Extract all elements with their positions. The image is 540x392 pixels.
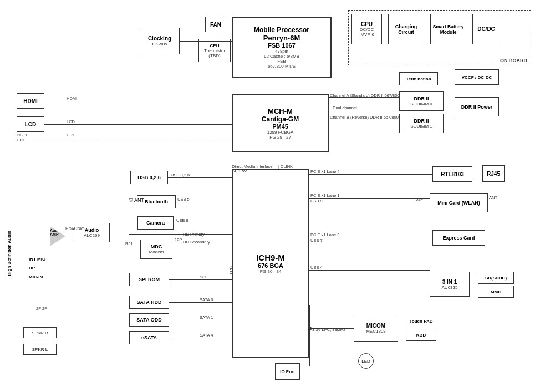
line-hd-primary (129, 234, 232, 235)
micom-title: MICOM (366, 323, 385, 329)
usb026-block: USB 0,2,6 (130, 171, 168, 184)
charging-circuit-title: Charging Circuit (390, 24, 422, 35)
lpc-dot (308, 327, 312, 330)
line-usb5 (176, 202, 232, 202)
label-hdmi: HDMI (67, 96, 77, 101)
audio-title: Audio (85, 227, 99, 233)
bluetooth-title: Bluetooth (145, 199, 168, 205)
rtl8103-block: RTL8103 (432, 166, 472, 182)
line-lpc-h (309, 328, 354, 329)
sd-sdhc-block: SD(SDHC) (478, 272, 514, 284)
spkr-l-block: SPKR L (23, 344, 57, 355)
micom-sub: MEC1308 (366, 329, 386, 334)
label-spi: SPI (200, 274, 206, 279)
usb026-title: USB 0,2,6 (137, 175, 161, 180)
clocking-title: Clocking (148, 35, 171, 42)
ddr2-sodimm1-block: DDR II SODIMM 1 (399, 114, 444, 133)
smart-battery-block: Smart Battery Module (430, 14, 466, 44)
line-sata4 (169, 338, 232, 338)
line-hdaudio (65, 231, 74, 231)
label-rj1: RJ1 (125, 241, 133, 246)
label-lpc-v: LPC (228, 266, 233, 274)
label-usb9: USB 9 (310, 198, 323, 203)
io-port-block: IO Port (275, 363, 300, 380)
label-usb5: USB 5 (177, 197, 190, 202)
kbd-block: KBD (406, 329, 436, 341)
ddr2-sodimm0-block: DDR II SODIMM 0 (399, 91, 444, 111)
spkr-l-title: SPKR L (32, 347, 48, 352)
mch-m-line3: 1299 FCBGA (267, 130, 294, 135)
fan-title: FAN (210, 22, 221, 28)
label-sata0: SATA 0 (200, 297, 213, 302)
ddr2-sodimm0-title: DDR II (414, 96, 429, 101)
ich9-m-line1: 676 BGA (258, 262, 283, 269)
mobile-processor-line4: L2 Cache : 6/8MB (264, 54, 299, 59)
rj45-block: RJ45 (482, 165, 505, 182)
line-sata1 (169, 320, 232, 320)
ddr2-sodimm1-line1: SODIMM 1 (410, 124, 432, 129)
cpu-thermistor-line2: (TBD) (208, 53, 220, 58)
line-pcie-lane4 (309, 174, 432, 175)
label-usb026: USB 0,2,6 (171, 172, 190, 177)
esata-block: eSATA (129, 331, 169, 344)
spkr-r-title: SPKR R (32, 330, 48, 335)
cpu-thermistor-line1: Thermistor (204, 48, 225, 53)
line-spi (169, 279, 232, 280)
line-lcd (44, 124, 232, 125)
label-pg30: PG 30 (17, 133, 28, 138)
touch-pad-block: Touch PAD (406, 315, 436, 327)
kbd-title: KBD (416, 333, 426, 338)
line-usb8 (174, 223, 232, 223)
clocking-sub: CK-505 (152, 42, 167, 47)
sd-sdhc-title: SD(SDHC) (485, 276, 507, 281)
mch-m-line4: PG 29 - 27 (269, 135, 291, 140)
label-pcie-lane1: PCIE x1 Lane 1 (310, 193, 340, 198)
high-def-audio-label: High Definition Audio (7, 231, 12, 277)
express-card-title: Express Card (442, 235, 475, 241)
lcd-title: LCD (25, 121, 37, 128)
mch-m-title: MCH-M (268, 107, 293, 115)
label-52p: 52P (416, 197, 423, 202)
mdc-modem-title: MDC (151, 244, 162, 250)
mobile-processor-line3: 478pin (275, 49, 288, 54)
charging-circuit-block: Charging Circuit (388, 14, 424, 44)
mmc-block: MMC (478, 286, 514, 298)
mini-card-block: Mini Card (WLAN) (430, 193, 488, 212)
sata-odd-title: SATA ODD (136, 317, 161, 323)
line-lpc-v (309, 305, 310, 366)
label-sata4: SATA 4 (200, 333, 213, 338)
label-usb4: USB 4 (310, 265, 323, 270)
3in1-block: 3 IN 1 AU6335 (430, 272, 470, 297)
audio-sub: ALC269 (84, 233, 100, 238)
clocking-block: Clocking CK-505 (140, 28, 180, 54)
mic-in-label: MIC-IN (29, 274, 43, 279)
mmc-title: MMC (491, 289, 501, 294)
line-pcie-lane1 (309, 198, 430, 199)
label-usb8: USB 8 (176, 218, 189, 223)
label-2p-2p: 2P 2P (36, 306, 47, 311)
vccp-dcdc-block: VCCP / DC-DC (455, 69, 499, 85)
dcdc-top-title: DC/DC (477, 26, 495, 32)
mobile-processor-title: Mobile Processor (254, 26, 309, 34)
label-crt: CRT (17, 138, 25, 142)
ich9-m-block: ICH9-M 676 BGA PG 30 - 34 (232, 169, 309, 358)
sata-hdd-title: SATA HDD (137, 299, 162, 305)
line-channel-b (329, 119, 399, 119)
3in1-sub: AU6335 (442, 285, 458, 290)
label-clink: | CLINK (278, 164, 293, 169)
cpu-thermistor-block: CPU Thermistor (TBD) (198, 39, 231, 62)
camera-block: Camera (137, 216, 174, 230)
line-pcie-lane3 (309, 238, 432, 238)
mch-m-block: MCH-M Cantiga-GM PM45 1299 FCBGA PG 29 -… (232, 94, 329, 152)
hp-label: HP (29, 265, 35, 271)
line-usb026 (168, 177, 232, 178)
label-pcie-lane4: PCIE x1 Lane 4 (310, 169, 340, 174)
ddr2-power-block: DDR II Power (455, 97, 499, 116)
label-crt2: CRT (67, 133, 75, 138)
mch-m-line1: Cantiga-GM (262, 115, 299, 123)
cpu-dcdc-line1: DC/DC (360, 27, 374, 32)
ddr2-sodimm0-line1: SODIMM 0 (410, 101, 432, 106)
micom-block: MICOM MEC1308 (354, 315, 398, 342)
mdc-modem-line1: Modem (149, 250, 164, 254)
io-port-title: IO Port (280, 369, 295, 374)
